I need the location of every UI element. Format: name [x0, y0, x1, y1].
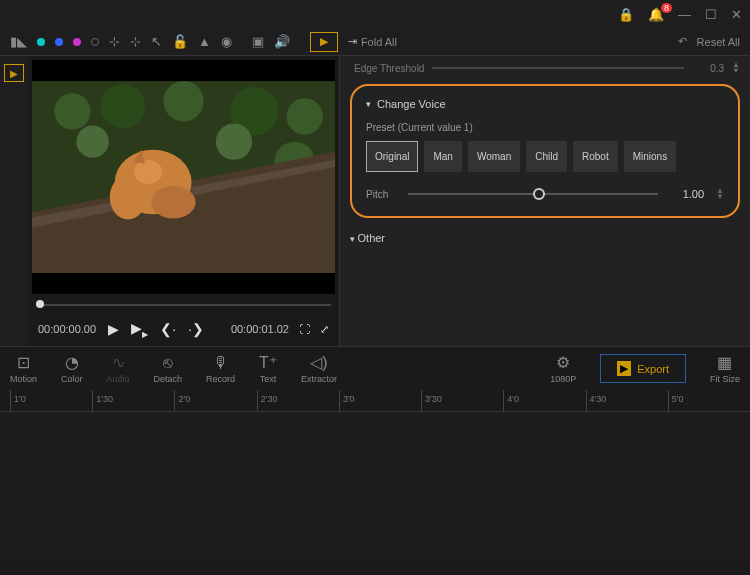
preset-man[interactable]: Man — [424, 141, 461, 172]
text-tool[interactable]: T⁺Text — [259, 353, 277, 384]
svg-point-5 — [287, 98, 323, 134]
pitch-slider[interactable] — [408, 193, 658, 195]
video-preview[interactable] — [32, 60, 335, 294]
close-icon[interactable]: ✕ — [731, 7, 742, 22]
marker-blue[interactable] — [55, 38, 63, 46]
minimize-icon[interactable]: — — [678, 7, 691, 22]
record-tool[interactable]: 🎙Record — [206, 354, 235, 384]
fit-icon: ▦ — [717, 353, 732, 372]
scrub-bar[interactable] — [28, 298, 339, 312]
titlebar: 🔒 🔔 — ☐ ✕ — [0, 0, 750, 28]
prev-frame-button[interactable]: ❮· — [160, 321, 176, 337]
marker-magenta[interactable] — [73, 38, 81, 46]
svg-point-3 — [163, 81, 203, 121]
edge-threshold-stepper[interactable]: ▲▼ — [732, 62, 740, 74]
fullscreen-icon[interactable]: ⤢ — [320, 323, 329, 336]
export-icon: ▶ — [617, 361, 631, 376]
svg-point-13 — [134, 160, 162, 184]
next-frame-button[interactable]: ·❯ — [188, 321, 204, 337]
play-range-button[interactable]: ▶▶ — [131, 320, 148, 339]
svg-point-1 — [54, 93, 90, 129]
preset-original[interactable]: Original — [366, 141, 418, 172]
timeline: 1'0 1'30 2'0 2'30 3'0 3'30 4'0 4'30 5'0 — [0, 390, 750, 562]
color-icon: ◔ — [65, 353, 79, 372]
preset-woman[interactable]: Woman — [468, 141, 520, 172]
lock-tool-icon[interactable]: 🔓 — [172, 34, 188, 49]
preset-minions[interactable]: Minions — [624, 141, 676, 172]
preview-tab-icon[interactable]: ▶ — [4, 64, 24, 82]
pitch-value: 1.00 — [670, 188, 704, 200]
play-button[interactable]: ▶ — [108, 321, 119, 337]
volume-icon[interactable]: 🔊 — [274, 34, 290, 49]
lock-icon[interactable]: 🔒 — [618, 7, 634, 22]
svg-point-2 — [101, 84, 145, 128]
export-button[interactable]: ▶Export — [600, 354, 686, 383]
edge-threshold-label: Edge Threshold — [354, 63, 424, 74]
preset-robot[interactable]: Robot — [573, 141, 618, 172]
reset-all-label[interactable]: Reset All — [697, 36, 740, 48]
bottom-toolbar: ⊡Motion ◔Color ∿Audio ⎋Detach 🎙Record T⁺… — [0, 346, 750, 390]
preset-row: Original Man Woman Child Robot Minions — [366, 141, 724, 172]
timeline-tracks[interactable] — [0, 412, 750, 562]
timeline-ruler[interactable]: 1'0 1'30 2'0 2'30 3'0 3'30 4'0 4'30 5'0 — [0, 390, 750, 412]
edge-threshold-slider[interactable] — [432, 67, 684, 69]
marker-cyan[interactable] — [37, 38, 45, 46]
camera-icon[interactable]: ▣ — [252, 34, 264, 49]
svg-point-14 — [151, 186, 195, 218]
eye-icon[interactable]: ◉ — [221, 34, 232, 49]
change-voice-section: Change Voice Preset (Current value 1) Or… — [350, 84, 740, 218]
fit-size-tool[interactable]: ▦Fit Size — [710, 353, 740, 384]
extractor-icon: ◁) — [310, 353, 327, 372]
properties-panel: Edge Threshold 0.3 ▲▼ Change Voice Prese… — [340, 56, 750, 346]
panel-tab-icon[interactable]: ▶ — [310, 32, 338, 52]
reset-all-icon[interactable]: ↶ — [678, 35, 687, 48]
color-tool[interactable]: ◔Color — [61, 353, 83, 384]
edge-threshold-value: 0.3 — [692, 63, 724, 74]
maximize-icon[interactable]: ☐ — [705, 7, 717, 22]
pitch-label: Pitch — [366, 189, 396, 200]
record-icon: 🎙 — [213, 354, 229, 372]
marker-gray[interactable] — [91, 38, 99, 46]
motion-tool[interactable]: ⊡Motion — [10, 353, 37, 384]
tool-2-icon[interactable]: ⊹ — [130, 34, 141, 49]
detach-tool[interactable]: ⎋Detach — [154, 354, 183, 384]
resolution-tool[interactable]: ⚙1080P — [550, 353, 576, 384]
text-icon: T⁺ — [259, 353, 277, 372]
motion-icon: ⊡ — [17, 353, 30, 372]
person-icon[interactable]: ▲ — [198, 34, 211, 49]
extractor-tool[interactable]: ◁)Extractor — [301, 353, 337, 384]
svg-point-7 — [216, 123, 252, 159]
other-section[interactable]: Other — [350, 226, 740, 250]
preset-label: Preset (Current value 1) — [366, 122, 724, 133]
current-time: 00:00:00.00 — [38, 323, 96, 335]
duration-time: 00:00:01.02 — [231, 323, 289, 335]
audio-icon: ∿ — [112, 353, 125, 372]
gear-icon: ⚙ — [556, 353, 570, 372]
library-icon[interactable]: ▮◣ — [10, 34, 27, 49]
left-tab-strip: ▶ — [0, 56, 28, 346]
audio-tool[interactable]: ∿Audio — [107, 353, 130, 384]
change-voice-title[interactable]: Change Voice — [366, 98, 724, 110]
crop-icon[interactable]: ⛶ — [299, 323, 310, 335]
pitch-stepper[interactable]: ▲▼ — [716, 188, 724, 200]
tool-1-icon[interactable]: ⊹ — [109, 34, 120, 49]
fold-all-label[interactable]: Fold All — [361, 36, 397, 48]
detach-icon: ⎋ — [163, 354, 173, 372]
fold-all-icon[interactable]: ⇥ — [348, 35, 357, 48]
preset-child[interactable]: Child — [526, 141, 567, 172]
notification-icon[interactable]: 🔔 — [648, 7, 664, 22]
top-toolbar: ▮◣ ⊹ ⊹ ↖ 🔓 ▲ ◉ ▣ 🔊 ▶ ⇥ Fold All ↶ Reset … — [0, 28, 750, 56]
svg-point-6 — [76, 125, 108, 157]
tool-3-icon[interactable]: ↖ — [151, 34, 162, 49]
